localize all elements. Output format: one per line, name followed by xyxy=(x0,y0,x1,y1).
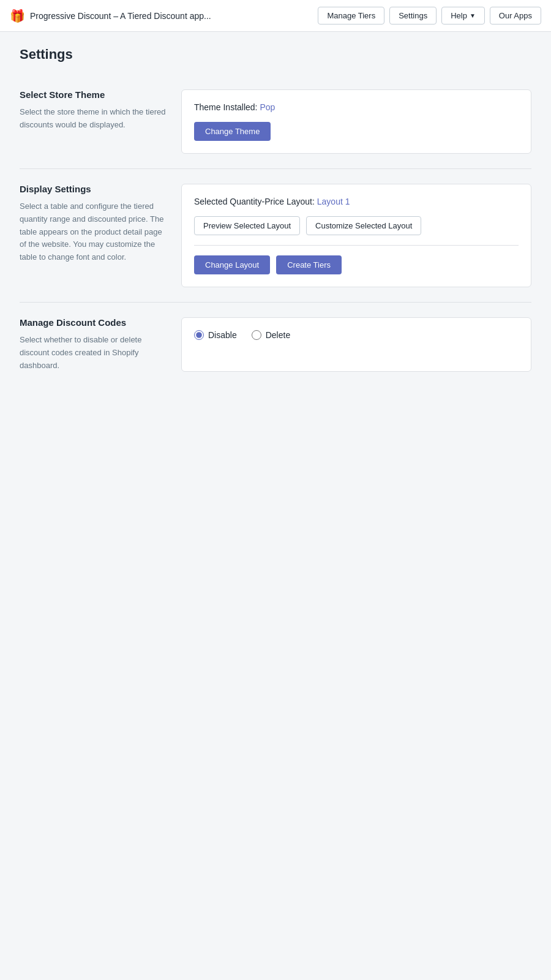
layout-btn-row: Preview Selected Layout Customize Select… xyxy=(194,216,519,235)
theme-name-value: Pop xyxy=(260,102,275,112)
theme-section-card: Theme Installed: Pop Change Theme xyxy=(181,89,531,154)
radio-group: Disable Delete xyxy=(194,330,519,340)
theme-section-left: Select Store Theme Select the store them… xyxy=(20,89,167,154)
divider xyxy=(194,245,519,246)
action-btn-row: Change Layout Create Tiers xyxy=(194,255,519,274)
disable-label-text: Disable xyxy=(208,330,237,340)
display-section-card: Selected Quantity-Price Layout: Layout 1… xyxy=(181,184,531,287)
delete-radio-label[interactable]: Delete xyxy=(252,330,290,340)
app-title: Progressive Discount – A Tiered Discount… xyxy=(30,11,211,21)
create-tiers-button[interactable]: Create Tiers xyxy=(276,255,342,274)
theme-section-desc: Select the store theme in which the tier… xyxy=(20,106,167,132)
our-apps-button[interactable]: Our Apps xyxy=(490,7,541,24)
display-section-desc: Select a table and configure the tiered … xyxy=(20,200,167,264)
help-button[interactable]: Help ▼ xyxy=(441,7,485,24)
theme-section-title: Select Store Theme xyxy=(20,89,167,100)
discount-section-left: Manage Discount Codes Select whether to … xyxy=(20,317,167,372)
discount-section-title: Manage Discount Codes xyxy=(20,317,167,328)
help-label: Help xyxy=(451,11,467,20)
selected-layout-label: Selected Quantity-Price Layout: Layout 1 xyxy=(194,197,519,206)
manage-tiers-button[interactable]: Manage Tiers xyxy=(318,7,384,24)
discount-section-desc: Select whether to disable or delete disc… xyxy=(20,334,167,372)
app-logo-icon: 🎁 xyxy=(10,9,25,23)
chevron-down-icon: ▼ xyxy=(470,12,476,19)
discount-section: Manage Discount Codes Select whether to … xyxy=(20,303,531,386)
theme-installed-row: Theme Installed: Pop xyxy=(194,102,519,112)
settings-button[interactable]: Settings xyxy=(389,7,437,24)
page-content: Settings Select Store Theme Select the s… xyxy=(0,32,551,401)
disable-radio-label[interactable]: Disable xyxy=(194,330,237,340)
layout-label-text: Selected Quantity-Price Layout: xyxy=(194,197,315,206)
page-title: Settings xyxy=(20,47,531,62)
change-layout-button[interactable]: Change Layout xyxy=(194,255,270,274)
delete-radio-input[interactable] xyxy=(252,330,261,340)
theme-section: Select Store Theme Select the store them… xyxy=(20,75,531,169)
theme-installed-label: Theme Installed: xyxy=(194,102,258,112)
display-section: Display Settings Select a table and conf… xyxy=(20,169,531,303)
change-theme-button[interactable]: Change Theme xyxy=(194,122,271,141)
top-nav: 🎁 Progressive Discount – A Tiered Discou… xyxy=(0,0,551,32)
preview-layout-button[interactable]: Preview Selected Layout xyxy=(194,216,300,235)
customize-layout-button[interactable]: Customize Selected Layout xyxy=(306,216,421,235)
display-section-left: Display Settings Select a table and conf… xyxy=(20,184,167,287)
delete-label-text: Delete xyxy=(266,330,290,340)
app-logo: 🎁 Progressive Discount – A Tiered Discou… xyxy=(10,9,313,23)
display-section-title: Display Settings xyxy=(20,184,167,194)
disable-radio-input[interactable] xyxy=(194,330,204,340)
layout-value: Layout 1 xyxy=(317,197,350,206)
discount-section-card: Disable Delete xyxy=(181,317,531,372)
